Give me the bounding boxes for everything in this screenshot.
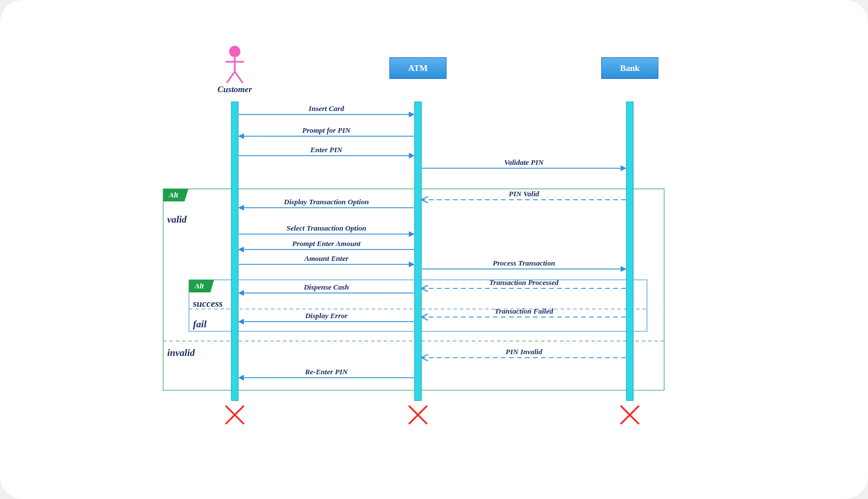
svg-rect-5: [415, 102, 421, 401]
message-label: Prompt Enter Amount: [292, 239, 360, 248]
message-label: Re-Enter PIN: [305, 367, 348, 377]
svg-rect-4: [231, 102, 238, 401]
message-label: Enter PIN: [310, 145, 342, 155]
condition-label: success: [193, 298, 223, 310]
diagram-canvas: AltvalidinvalidAltsuccessfailInsert Card…: [0, 0, 868, 499]
actor-label: Customer: [218, 85, 252, 94]
message-label: Display Error: [305, 311, 348, 320]
participant-box: ATM: [389, 57, 447, 79]
participant-box: Bank: [601, 57, 658, 79]
message-label: Transaction Failed: [495, 307, 553, 316]
message-label: Prompt for PIN: [302, 126, 351, 135]
condition-label: invalid: [167, 347, 195, 359]
message-label: Select Transaction Option: [286, 224, 366, 233]
message-label: Amount Enter: [305, 254, 349, 263]
svg-point-23: [229, 46, 240, 57]
alt-fragment-tag: Alt: [163, 189, 188, 201]
message-label: PIN Invalid: [506, 347, 542, 357]
message-label: Process Transaction: [493, 259, 555, 268]
message-label: Dispense Cash: [303, 283, 349, 292]
svg-rect-6: [626, 102, 633, 401]
message-label: PIN Valid: [508, 189, 539, 199]
condition-label: valid: [167, 214, 187, 225]
svg-line-26: [227, 72, 235, 83]
message-label: Validate PIN: [504, 158, 544, 167]
alt-fragment-tag: Alt: [189, 280, 214, 292]
condition-label: fail: [193, 319, 207, 330]
svg-line-27: [235, 72, 243, 83]
message-label: Insert Card: [309, 104, 344, 113]
message-label: Transaction Processed: [489, 278, 558, 287]
message-label: Display Transaction Option: [284, 197, 369, 207]
